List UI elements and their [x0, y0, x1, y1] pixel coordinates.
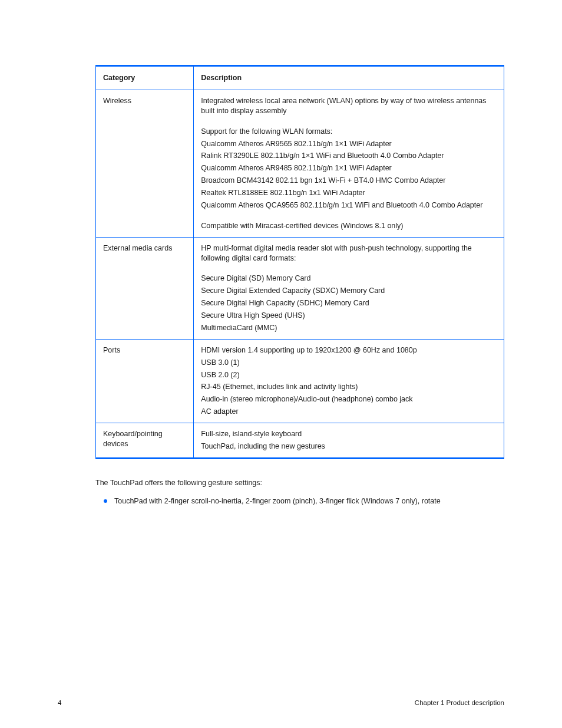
text-line: HP multi-format digital media reader slo…: [201, 243, 497, 263]
keyboard-row: Keyboard/pointing devices Full-size, isl…: [96, 423, 504, 459]
text-line: Realtek RTL8188EE 802.11bg/n 1x1 WiFi Ad…: [201, 188, 497, 198]
ports-category-cell: Ports: [96, 339, 194, 423]
text-line: Qualcomm Atheros AR9565 802.11b/g/n 1×1 …: [201, 139, 497, 149]
text-line: AC adapter: [201, 407, 497, 417]
text-line: Ralink RT3290LE 802.11b/g/n 1×1 WiFi and…: [201, 151, 497, 161]
text-line: Secure Digital High Capacity (SDHC) Memo…: [201, 298, 497, 308]
ports-description-cell: HDMI version 1.4 supporting up to 1920x1…: [194, 339, 504, 423]
cell-title: Ports: [103, 345, 186, 355]
table-header-row: Category Description: [96, 66, 504, 90]
wireless-row: Wireless Integrated wireless local area …: [96, 90, 504, 237]
chapter-label: Chapter 1 Product description: [415, 699, 504, 708]
cell-title: Wireless: [103, 96, 186, 106]
text-line: Full-size, island-style keyboard: [201, 429, 497, 439]
bullet-item: TouchPad with 2-finger scroll-no-inertia…: [104, 496, 504, 506]
text-line: Secure Digital Extended Capacity (SDXC) …: [201, 286, 497, 296]
below-table-section: The TouchPad offers the following gestur…: [95, 478, 504, 506]
text-line: RJ-45 (Ethernet, includes link and activ…: [201, 382, 497, 392]
text-line: Qualcomm Atheros AR9485 802.11b/g/n 1×1 …: [201, 163, 497, 173]
external-media-category-cell: External media cards: [96, 237, 194, 339]
wireless-description-cell: Integrated wireless local area network (…: [194, 90, 504, 237]
wireless-category-cell: Wireless: [96, 90, 194, 237]
text-line: Secure Ultra High Speed (UHS): [201, 311, 497, 321]
keyboard-category-cell: Keyboard/pointing devices: [96, 423, 194, 459]
col-header-category: Category: [96, 66, 194, 90]
page-footer: 4 Chapter 1 Product description: [0, 699, 562, 708]
spec-table: Category Description Wireless Integrated…: [95, 65, 504, 459]
text-line: Qualcomm Atheros QCA9565 802.11b/g/n 1x1…: [201, 200, 497, 210]
text-line: Audio-in (stereo microphone)/Audio-out (…: [201, 394, 497, 404]
ports-row: Ports HDMI version 1.4 supporting up to …: [96, 339, 504, 423]
text-line: Support for the following WLAN formats:: [201, 127, 497, 137]
bullet-text: TouchPad with 2-finger scroll-no-inertia…: [114, 496, 504, 506]
page-number: 4: [58, 699, 61, 708]
text-line: Integrated wireless local area network (…: [201, 96, 497, 116]
keyboard-description-cell: Full-size, island-style keyboard TouchPa…: [194, 423, 504, 459]
cell-title: Keyboard/pointing devices: [103, 429, 186, 449]
text-line: Broadcom BCM43142 802.11 bgn 1x1 Wi-Fi +…: [201, 176, 497, 186]
lead-text: The TouchPad offers the following gestur…: [95, 478, 504, 488]
text-line: TouchPad, including the new gestures: [201, 442, 497, 452]
text-line: Secure Digital (SD) Memory Card: [201, 274, 497, 284]
text-line: HDMI version 1.4 supporting up to 1920x1…: [201, 345, 497, 355]
external-media-description-cell: HP multi-format digital media reader slo…: [194, 237, 504, 339]
text-line: USB 2.0 (2): [201, 370, 497, 380]
text-line: MultimediaCard (MMC): [201, 323, 497, 333]
text-line: USB 3.0 (1): [201, 358, 497, 368]
text-line: Compatible with Miracast-certified devic…: [201, 221, 497, 231]
external-media-row: External media cards HP multi-format dig…: [96, 237, 504, 339]
bullet-icon: [104, 499, 107, 503]
col-header-description: Description: [194, 66, 504, 90]
cell-title: External media cards: [103, 243, 186, 253]
